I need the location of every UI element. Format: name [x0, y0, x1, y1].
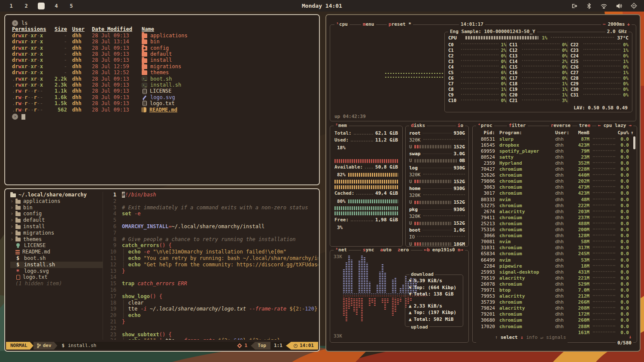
disk-size: 930G: [454, 130, 465, 136]
process-row[interactable]: 80531 slurp dhh 87M 0.0: [476, 136, 634, 142]
scroll-down-icon[interactable]: ↓: [629, 334, 632, 340]
process-user: dhh: [555, 209, 571, 214]
settings-icon[interactable]: [631, 3, 637, 9]
process-row[interactable]: 65834 chromium dhh 245M 0.0: [476, 251, 634, 257]
code-text: │ echo -e "\n\e[31mOmarchy installation …: [122, 249, 286, 255]
process-row[interactable]: 79201 chromium dhh 172M 0.0: [476, 311, 634, 317]
reverse-button[interactable]: reverse: [549, 123, 572, 128]
process-row[interactable]: 66499 nvim dhh 53M 0.0: [476, 257, 634, 263]
tree-item[interactable]: › themes: [10, 236, 103, 243]
process-row[interactable]: 25993 signal-desktop dhh 431M 0.0: [476, 269, 634, 275]
tree-button[interactable]: tree: [577, 123, 592, 128]
process-row[interactable]: 16545 dropbox dhh 423M 0.0: [476, 142, 634, 148]
editor-window[interactable]: ~/.local/share/omarchy › applications › …: [4, 188, 320, 352]
process-row[interactable]: 17020 chromium dhh 288M 0.0: [476, 323, 634, 329]
process-name: nvim: [499, 239, 554, 244]
code-editor[interactable]: 1#!/bin/bash 2 3# Exit immediately if a …: [103, 192, 318, 340]
tree-item[interactable]: README.md: [10, 249, 103, 255]
process-row[interactable]: 3063 chromium dhh 473M 0.0: [476, 184, 634, 190]
disks-title[interactable]: disks: [409, 123, 427, 128]
tree-item[interactable]: install.sh: [10, 262, 103, 268]
file-name: default: [150, 51, 172, 57]
code-text: show_subtext() {: [122, 332, 172, 338]
process-row[interactable]: 79806 chromium dhh 202M 0.0: [476, 178, 634, 184]
filter-button[interactable]: filter: [507, 123, 528, 128]
process-row[interactable]: 3066 chromium dhh 128M 0.0: [476, 233, 634, 239]
tree-item[interactable]: › applications: [10, 198, 103, 205]
process-row[interactable]: 69959 spotify_player dhh 79M 0.0: [476, 148, 634, 154]
disk-entry: home930G 320K U152G: [409, 185, 465, 206]
process-row[interactable]: 80524 satty dhh 23M 0.0: [476, 154, 634, 160]
tree-item[interactable]: › default: [10, 217, 103, 223]
process-cpu: 0.0: [617, 166, 629, 172]
net-option-button[interactable]: sync: [363, 247, 374, 253]
tree-item[interactable]: logo.txt: [10, 274, 103, 281]
tree-item[interactable]: boot.sh: [10, 255, 103, 262]
info-action[interactable]: info: [526, 335, 538, 340]
tree-item[interactable]: (1 hidden item): [10, 281, 103, 287]
file-tree[interactable]: ~/.local/share/omarchy › applications › …: [5, 192, 103, 340]
disk-name: log: [409, 165, 418, 171]
disk-used-bar: [414, 159, 457, 163]
bluetooth-icon[interactable]: [586, 3, 592, 9]
process-row[interactable]: 53275 chromium dhh 222M 0.0: [476, 202, 634, 208]
interval-plus[interactable]: +: [627, 21, 630, 27]
process-row[interactable]: 70427 chromium dhh 228M 0.0: [476, 166, 634, 172]
net-option-button[interactable]: zero: [398, 247, 409, 253]
process-row[interactable]: 79519 alacritty dhh 221M 0.0: [476, 275, 634, 281]
prompt-line-2[interactable]: ›: [12, 114, 319, 120]
network-icon[interactable]: [600, 3, 608, 9]
chevron-icon: ›: [10, 236, 15, 243]
volume-icon[interactable]: [616, 3, 623, 9]
process-mem: 202M: [571, 178, 589, 184]
tree-item[interactable]: › install: [10, 223, 103, 230]
process-row[interactable]: 79953 alacritty dhh 212M 0.0: [476, 293, 634, 299]
tree-item[interactable]: › bin: [10, 205, 103, 211]
interval-minus[interactable]: −: [603, 21, 606, 27]
sort-selector[interactable]: ← cpu lazy →: [596, 123, 633, 128]
process-row[interactable]: 2674 alacritty dhh 203M 0.0: [476, 208, 634, 214]
process-row[interactable]: 79971 btop dhh 7.0M 0.0: [476, 287, 634, 293]
tree-item[interactable]: › migrations: [10, 230, 103, 236]
menu-button[interactable]: menu: [361, 21, 376, 27]
next-interface-button[interactable]: n→: [458, 247, 463, 253]
process-row[interactable]: 31031 chromium dhh 317M 0.0: [476, 245, 634, 251]
process-row[interactable]: 35739 chromium dhh 266M 0.0: [476, 299, 634, 305]
screencast-icon[interactable]: [571, 3, 578, 9]
signals-action[interactable]: signals: [546, 335, 566, 340]
tree-item[interactable]: logo.svg: [10, 268, 103, 275]
select-action[interactable]: select: [501, 335, 518, 340]
process-row[interactable]: 2284 pipewire dhh 18M 0.0: [476, 263, 634, 269]
tree-item[interactable]: LICENSE: [10, 242, 103, 249]
process-name: alacritty: [499, 293, 554, 299]
preset-button[interactable]: preset *: [387, 21, 413, 27]
code-text: #!/bin/bash: [122, 192, 156, 198]
io-title[interactable]: io: [456, 123, 465, 128]
tree-item[interactable]: › config: [10, 211, 103, 217]
process-row[interactable]: 26078 chromium dhh 529M 0.0: [476, 281, 634, 287]
process-row[interactable]: 25213 chromium dhh 488M 0.0: [476, 220, 634, 226]
process-row[interactable]: 70081 nvim dhh 58M 0.0: [476, 239, 634, 245]
process-row[interactable]: 32626 chromium dhh 440M 0.0: [476, 172, 634, 178]
disk-used-bar: [414, 242, 451, 246]
chevron-icon: ›: [10, 217, 15, 223]
process-row[interactable]: 79411 chromium dhh 237M 0.0: [476, 214, 634, 220]
terminal-window[interactable]: › ls Permissions Size User Date Modified…: [4, 14, 320, 185]
core-row: C170%: [509, 75, 567, 81]
tree-root[interactable]: ~/.local/share/omarchy: [10, 192, 103, 198]
process-row[interactable]: 80333 nvim dhh 48M 0.0: [476, 196, 634, 202]
mem-cached-pct: 80%: [337, 199, 346, 204]
process-row[interactable]: 79824 alacritty dhh 208M 0.0: [476, 305, 634, 311]
net-option-button[interactable]: auto: [380, 247, 392, 253]
cpu-total-pct: 1%: [542, 35, 547, 41]
process-cpu: 0.0: [617, 178, 629, 184]
process-row[interactable]: 75316 chromium dhh 200M 0.0: [476, 227, 634, 233]
process-mem: 245M: [571, 251, 589, 256]
system-monitor-window[interactable]: ¹ cpu menu preset * 14:01:17 − 2000ms + …: [325, 14, 641, 352]
process-row[interactable]: 30680 chromium dhh 260M 0.0: [476, 317, 634, 323]
prev-interface-button[interactable]: ←b: [424, 247, 430, 253]
process-row[interactable]: 3017 chromium dhh 423M 0.0: [476, 190, 634, 196]
process-row[interactable]: 2359 Hyprland dhh 352M 0.0: [476, 160, 634, 166]
mem-total-label: Total:: [334, 130, 352, 136]
proc-scrollbar-thumb[interactable]: [633, 136, 635, 149]
